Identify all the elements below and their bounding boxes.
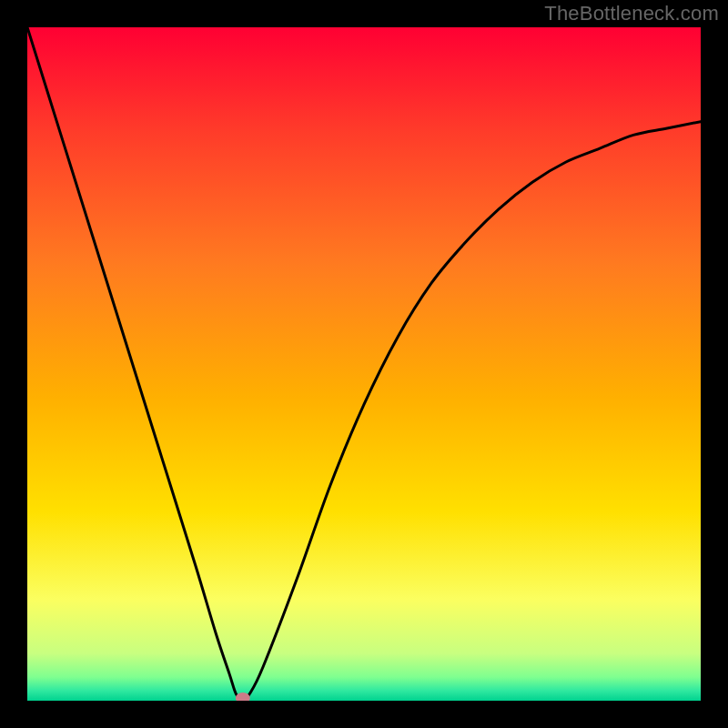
chart-frame: TheBottleneck.com	[0, 0, 728, 728]
gradient-background	[27, 27, 701, 701]
watermark-text: TheBottleneck.com	[544, 2, 719, 25]
bottleneck-chart	[27, 27, 701, 701]
